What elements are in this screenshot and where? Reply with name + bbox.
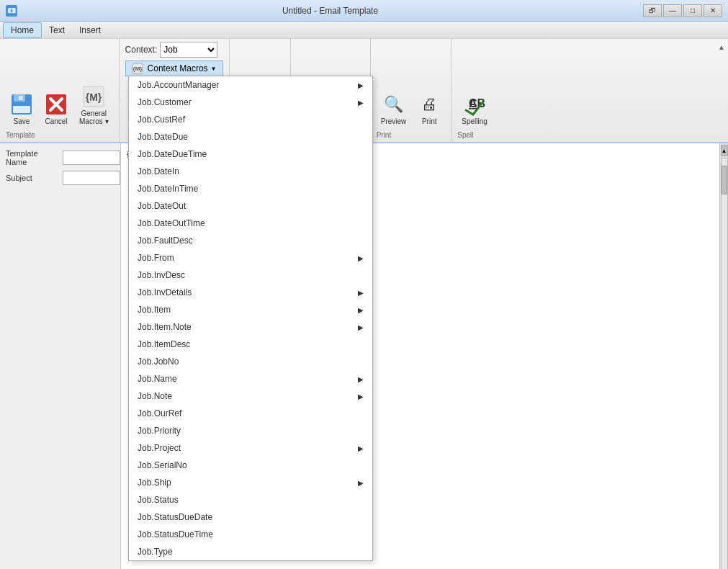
dropdown-item-dateout[interactable]: Job.DateOut bbox=[129, 197, 372, 215]
dropdown-item-label: Job.Ship bbox=[138, 478, 171, 488]
dropdown-item-label: Job.DateOut bbox=[138, 201, 186, 211]
app-icon: 📧 bbox=[6, 5, 17, 17]
context-label: Context: bbox=[125, 45, 158, 55]
dropdown-item-ship[interactable]: Job.Ship ▶ bbox=[129, 474, 372, 491]
template-group-label: Template bbox=[6, 131, 113, 139]
dropdown-item-invdetails[interactable]: Job.InvDetails ▶ bbox=[129, 284, 372, 301]
submenu-arrow: ▶ bbox=[358, 323, 364, 331]
save-button[interactable]: Save bbox=[6, 90, 37, 128]
dropdown-item-project[interactable]: Job.Project ▶ bbox=[129, 439, 372, 457]
print-button[interactable]: 🖨 Print bbox=[413, 90, 445, 128]
dropdown-item-jobno[interactable]: Job.JobNo bbox=[129, 353, 372, 370]
restore-btn[interactable]: 🗗 bbox=[643, 4, 662, 17]
dropdown-item-label: Job.StatusDueTime bbox=[138, 529, 213, 539]
dropdown-item-label: Job.Customer bbox=[138, 97, 192, 107]
dropdown-item-item-note[interactable]: Job.Item.Note ▶ bbox=[129, 318, 372, 336]
scroll-track[interactable] bbox=[721, 158, 728, 569]
submenu-arrow: ▶ bbox=[358, 375, 364, 383]
print-icon: 🖨 bbox=[418, 93, 441, 116]
submenu-arrow: ▶ bbox=[358, 393, 364, 400]
dropdown-item-statusduetime[interactable]: Job.StatusDueTime bbox=[129, 526, 372, 543]
dropdown-item-dateduetime[interactable]: Job.DateDueTime bbox=[129, 145, 372, 163]
submenu-arrow: ▶ bbox=[358, 289, 364, 297]
dropdown-item-label: Job.Type bbox=[138, 547, 173, 557]
menu-home[interactable]: Home bbox=[3, 22, 42, 38]
window-controls: 🗗 — □ ✕ bbox=[643, 4, 722, 17]
print-label: Print bbox=[422, 117, 437, 125]
submenu-arrow: ▶ bbox=[358, 81, 364, 89]
subject-label: Subject bbox=[6, 174, 60, 182]
scroll-thumb[interactable] bbox=[722, 166, 727, 194]
dropdown-item-label: Job.Item bbox=[138, 305, 171, 315]
dropdown-item-label: Job.CustRef bbox=[138, 115, 185, 125]
svg-rect-2 bbox=[19, 96, 23, 100]
dropdown-item-label: Job.DateIn bbox=[138, 166, 179, 176]
dropdown-item-label: Job.SerialNo bbox=[138, 460, 187, 470]
dropdown-item-ourref[interactable]: Job.OurRef bbox=[129, 405, 372, 422]
dropdown-item-label: Job.OurRef bbox=[138, 408, 181, 418]
dropdown-item-name[interactable]: Job.Name ▶ bbox=[129, 370, 372, 387]
dropdown-item-dateouttime[interactable]: Job.DateOutTime bbox=[129, 215, 372, 232]
close-btn[interactable]: ✕ bbox=[704, 4, 722, 17]
context-select[interactable]: Job bbox=[160, 42, 217, 58]
spell-group-label: Spell bbox=[457, 131, 492, 139]
dropdown-item-serialno[interactable]: Job.SerialNo bbox=[129, 457, 372, 474]
dropdown-item-from[interactable]: Job.From ▶ bbox=[129, 249, 372, 266]
dropdown-item-priority[interactable]: Job.Priority bbox=[129, 422, 372, 439]
dropdown-item-label: Job.StatusDueDate bbox=[138, 512, 212, 522]
context-macros-button[interactable]: {M} Context Macros ▼ bbox=[125, 61, 223, 76]
spelling-label: Spelling bbox=[462, 117, 487, 125]
svg-text:{M}: {M} bbox=[86, 91, 102, 103]
preview-label: Preview bbox=[381, 117, 407, 125]
window-title: Untitled - Email Template bbox=[17, 6, 643, 16]
context-macros-dropdown: Job.AccountManager ▶ Job.Customer ▶ Job.… bbox=[128, 76, 373, 561]
dropdown-item-type[interactable]: Job.Type bbox=[129, 543, 372, 560]
menu-insert[interactable]: Insert bbox=[72, 23, 108, 37]
maximize-btn[interactable]: □ bbox=[683, 4, 702, 17]
template-name-input[interactable] bbox=[63, 151, 120, 165]
submenu-arrow: ▶ bbox=[358, 99, 364, 107]
dropdown-item-dateintime[interactable]: Job.DateInTime bbox=[129, 180, 372, 197]
dropdown-item-label: Job.Item.Note bbox=[138, 322, 192, 332]
dropdown-item-label: Job.Name bbox=[138, 374, 177, 384]
dropdown-item-invdesc[interactable]: Job.InvDesc bbox=[129, 266, 372, 284]
dropdown-item-label: Job.DateDueTime bbox=[138, 149, 207, 159]
dropdown-item-note[interactable]: Job.Note ▶ bbox=[129, 387, 372, 405]
subject-input[interactable] bbox=[63, 171, 120, 185]
dropdown-item-label: Job.InvDesc bbox=[138, 270, 185, 280]
dropdown-item-custref[interactable]: Job.CustRef bbox=[129, 111, 372, 128]
dropdown-item-account-manager[interactable]: Job.AccountManager ▶ bbox=[129, 76, 372, 94]
preview-icon: 🔍 bbox=[382, 93, 405, 116]
left-sidebar: Template Name Subject bbox=[0, 143, 121, 569]
general-macros-button[interactable]: {M} GeneralMacros ▾ bbox=[75, 82, 113, 128]
general-macros-icon: {M} bbox=[82, 85, 105, 108]
cancel-icon bbox=[45, 93, 68, 116]
svg-text:C: C bbox=[469, 97, 477, 109]
save-label: Save bbox=[14, 117, 30, 125]
dropdown-item-label: Job.Note bbox=[138, 391, 172, 401]
dropdown-item-customer[interactable]: Job.Customer ▶ bbox=[129, 94, 372, 111]
cancel-label: Cancel bbox=[45, 117, 67, 125]
dropdown-item-item[interactable]: Job.Item ▶ bbox=[129, 301, 372, 318]
dropdown-item-datedue[interactable]: Job.DateDue bbox=[129, 128, 372, 145]
dropdown-item-datein[interactable]: Job.DateIn bbox=[129, 163, 372, 180]
dropdown-item-status[interactable]: Job.Status bbox=[129, 491, 372, 508]
menu-text[interactable]: Text bbox=[42, 23, 72, 37]
dropdown-item-faultdesc[interactable]: Job.FaultDesc bbox=[129, 232, 372, 249]
minimize-btn[interactable]: — bbox=[663, 4, 682, 17]
ribbon-collapse[interactable]: ▲ bbox=[718, 42, 725, 52]
preview-button[interactable]: 🔍 Preview bbox=[377, 90, 411, 128]
submenu-arrow: ▶ bbox=[358, 306, 364, 314]
submenu-arrow: ▶ bbox=[358, 479, 364, 487]
save-icon bbox=[10, 93, 33, 116]
template-name-label: Template Name bbox=[6, 149, 60, 166]
vertical-scrollbar[interactable]: ▲ ▼ bbox=[719, 143, 728, 569]
cancel-button[interactable]: Cancel bbox=[40, 90, 72, 128]
svg-text:{M}: {M} bbox=[132, 66, 142, 72]
dropdown-item-itemdesc[interactable]: Job.ItemDesc bbox=[129, 336, 372, 353]
dropdown-item-statusduedate[interactable]: Job.StatusDueDate bbox=[129, 508, 372, 526]
dropdown-item-label: Job.Project bbox=[138, 443, 181, 453]
spelling-button[interactable]: AB C Spelling bbox=[457, 90, 492, 128]
subject-row: Subject bbox=[6, 171, 114, 185]
scroll-up-btn[interactable]: ▲ bbox=[721, 145, 728, 156]
